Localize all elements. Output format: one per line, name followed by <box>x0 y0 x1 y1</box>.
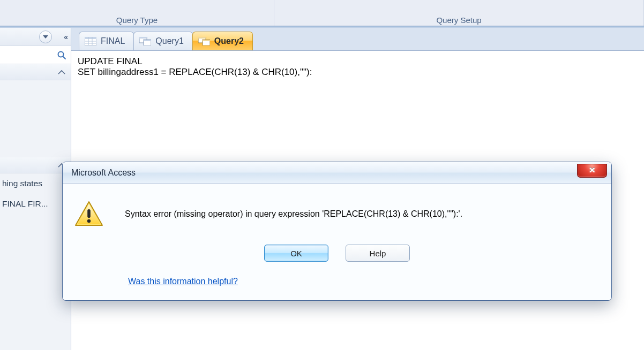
tab-label: Query2 <box>214 36 244 46</box>
nav-item-label: hing states <box>2 179 42 188</box>
double-chevron-up-icon <box>58 70 65 74</box>
svg-line-1 <box>63 56 66 59</box>
warning-icon <box>74 201 103 227</box>
help-button[interactable]: Help <box>346 245 410 262</box>
tab-query2[interactable]: Query2 <box>192 32 253 50</box>
nav-item[interactable]: hing states <box>0 173 71 194</box>
ribbon-group-query-type: Query Type <box>0 0 274 26</box>
svg-rect-13 <box>198 37 206 39</box>
tab-final[interactable]: FINAL <box>79 32 134 50</box>
nav-section-header[interactable] <box>0 64 71 80</box>
svg-point-17 <box>87 219 91 223</box>
nav-spacer <box>0 80 71 157</box>
nav-item-label: FINAL FIR... <box>2 199 48 209</box>
dialog-titlebar[interactable]: Microsoft Access ✕ <box>63 162 611 184</box>
table-icon <box>85 36 96 46</box>
nav-item[interactable]: FINAL FIR... <box>0 194 71 214</box>
svg-rect-9 <box>139 37 147 39</box>
dialog-message: Syntax error (missing operator) in query… <box>125 209 462 219</box>
close-icon: ✕ <box>589 165 596 175</box>
ribbon-groups: Query Type Query Setup <box>0 0 644 26</box>
ribbon-group-query-setup: Query Setup <box>274 0 644 26</box>
query-icon <box>198 36 210 46</box>
button-label: OK <box>290 249 302 258</box>
document-tabstrip: FINAL Query1 Query2 <box>71 28 644 51</box>
ribbon-group-label: Query Setup <box>274 16 643 25</box>
nav-section-header[interactable] <box>0 157 71 173</box>
svg-rect-15 <box>203 40 210 41</box>
error-dialog: Microsoft Access ✕ Syntax error (missing… <box>62 162 612 301</box>
ok-button[interactable]: OK <box>264 245 328 262</box>
tab-label: Query1 <box>155 36 183 46</box>
nav-search-box[interactable] <box>0 46 71 64</box>
svg-rect-11 <box>144 40 151 41</box>
nav-category-dropdown[interactable] <box>39 31 52 43</box>
dialog-button-row: OK Help <box>74 245 600 262</box>
dialog-body: Syntax error (missing operator) in query… <box>63 184 611 300</box>
svg-rect-16 <box>87 209 91 218</box>
tab-label: FINAL <box>101 36 125 46</box>
chevron-down-icon <box>43 35 48 39</box>
dialog-title: Microsoft Access <box>71 168 136 178</box>
query-icon <box>139 36 151 46</box>
nav-header: « <box>0 28 71 46</box>
nav-collapse-button[interactable]: « <box>64 33 66 41</box>
sql-editor[interactable]: UPDATE FINAL SET billingaddress1 = REPLA… <box>71 51 644 83</box>
button-label: Help <box>370 249 386 258</box>
search-icon <box>57 50 66 60</box>
tab-query1[interactable]: Query1 <box>133 32 192 50</box>
navigation-pane: « hing states FINAL FIR... <box>0 28 71 350</box>
svg-rect-3 <box>85 37 96 39</box>
dialog-close-button[interactable]: ✕ <box>577 164 607 178</box>
feedback-link[interactable]: Was this information helpful? <box>128 277 600 286</box>
ribbon-group-label: Query Type <box>0 16 274 25</box>
dialog-content-row: Syntax error (missing operator) in query… <box>74 201 600 227</box>
